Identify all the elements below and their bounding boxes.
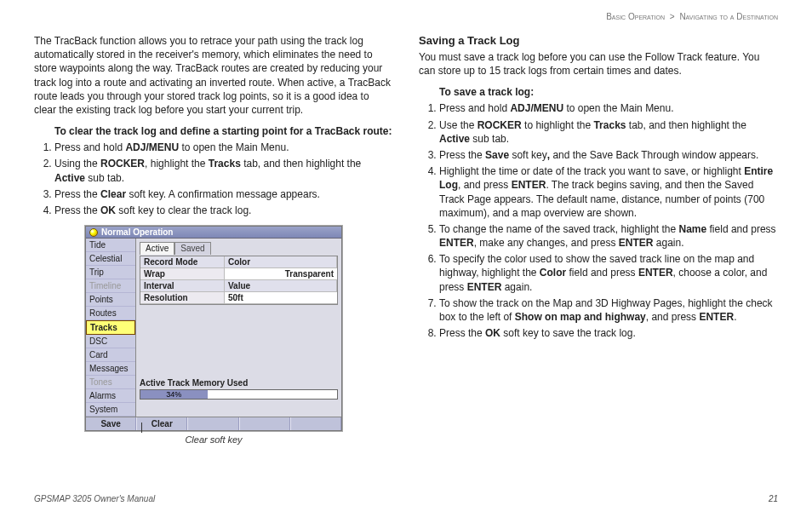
caption-text: Clear soft key (185, 434, 242, 445)
save-steps-heading: To save a track log: (439, 86, 778, 98)
sidebar-item-system[interactable]: System (86, 403, 135, 417)
softkey-slot4 (290, 417, 341, 430)
save-step-2: Use the ROCKER to highlight the Tracks t… (439, 118, 778, 146)
saving-paragraph: You must save a track log before you can… (419, 50, 778, 78)
memory-label: Active Track Memory Used (140, 378, 338, 388)
hdr-value: Value (225, 280, 337, 292)
device-grid: Record Mode Color Wrap Transparent Inter… (140, 256, 338, 305)
val-50ft[interactable]: 50ft (225, 292, 337, 304)
sidebar-item-points[interactable]: Points (86, 293, 135, 307)
device-sidebar: TideCelestialTripTimelinePointsRoutesTra… (86, 239, 136, 417)
status-dot-icon (89, 228, 98, 237)
save-step-4: Highlight the time or date of the track … (439, 164, 778, 220)
sidebar-item-messages[interactable]: Messages (86, 362, 135, 376)
breadcrumb-b: Navigating to a Destination (679, 12, 778, 21)
device-caption: Clear soft key (34, 434, 393, 445)
softkey-row: SaveClear (86, 417, 341, 430)
device-screenshot: Normal Operation TideCelestialTripTimeli… (85, 226, 342, 431)
sidebar-item-dsc[interactable]: DSC (86, 335, 135, 348)
device-titlebar: Normal Operation (86, 227, 341, 239)
sidebar-item-alarms[interactable]: Alarms (86, 389, 135, 403)
save-step-7: To show the track on the Map and 3D High… (439, 296, 778, 324)
tab-saved[interactable]: Saved (174, 242, 210, 255)
sidebar-item-tide[interactable]: Tide (86, 239, 135, 252)
callout-line-icon (141, 423, 142, 433)
right-column: Saving a Track Log You must save a track… (419, 34, 778, 445)
footer-left: GPSMAP 3205 Owner's Manual (34, 494, 155, 503)
sidebar-item-celestial[interactable]: Celestial (86, 252, 135, 266)
sidebar-item-card[interactable]: Card (86, 348, 135, 362)
softkey-clear[interactable]: Clear (136, 417, 187, 430)
sidebar-item-routes[interactable]: Routes (86, 307, 135, 320)
sidebar-item-tracks[interactable]: Tracks (86, 320, 135, 335)
breadcrumb-a: Basic Operation (606, 12, 665, 21)
clear-heading: To clear the track log and define a star… (54, 125, 393, 137)
val-wrap[interactable]: Wrap (140, 268, 225, 280)
save-step-3: Press the Save soft key, and the Save Ba… (439, 148, 778, 162)
clear-step-2: Using the ROCKER, highlight the Tracks t… (54, 157, 393, 184)
clear-step-1: Press and hold ADJ/MENU to open the Main… (54, 141, 393, 154)
softkey-save[interactable]: Save (86, 417, 136, 430)
device-title: Normal Operation (101, 227, 173, 237)
save-step-1: Press and hold ADJ/MENU to open the Main… (439, 101, 778, 115)
save-step-5: To change the name of the saved track, h… (439, 222, 778, 250)
left-column: The TracBack function allows you to retr… (34, 34, 393, 445)
clear-step-3: Press the Clear soft key. A confirmation… (54, 187, 393, 201)
sidebar-item-tones[interactable]: Tones (86, 376, 135, 389)
softkey-slot3 (239, 417, 290, 430)
breadcrumb-sep: > (670, 12, 675, 21)
save-step-6: To specify the color used to show the sa… (439, 252, 778, 294)
breadcrumb: Basic Operation > Navigating to a Destin… (606, 12, 778, 21)
save-steps: Press and hold ADJ/MENU to open the Main… (439, 101, 778, 340)
memory-pct: 34% (166, 390, 181, 399)
softkey-slot2 (187, 417, 238, 430)
saving-heading: Saving a Track Log (419, 34, 778, 47)
val-transparent[interactable]: Transparent (225, 268, 337, 280)
sidebar-item-timeline[interactable]: Timeline (86, 279, 135, 293)
val-resolution[interactable]: Resolution (140, 292, 225, 304)
intro-paragraph: The TracBack function allows you to retr… (34, 34, 393, 117)
footer-page: 21 (769, 494, 778, 503)
tab-active[interactable]: Active (140, 242, 174, 255)
sidebar-item-trip[interactable]: Trip (86, 266, 135, 279)
clear-step-4: Press the OK soft key to clear the track… (54, 204, 393, 217)
page-footer: GPSMAP 3205 Owner's Manual 21 (34, 494, 778, 503)
hdr-interval: Interval (140, 280, 225, 292)
hdr-color: Color (225, 256, 337, 268)
memory-bar: 34% (140, 389, 338, 400)
save-step-8: Press the OK soft key to save the track … (439, 326, 778, 340)
memory-bar-fill: 34% (140, 390, 208, 399)
hdr-record-mode: Record Mode (140, 256, 225, 268)
clear-steps: Press and hold ADJ/MENU to open the Main… (54, 141, 393, 217)
